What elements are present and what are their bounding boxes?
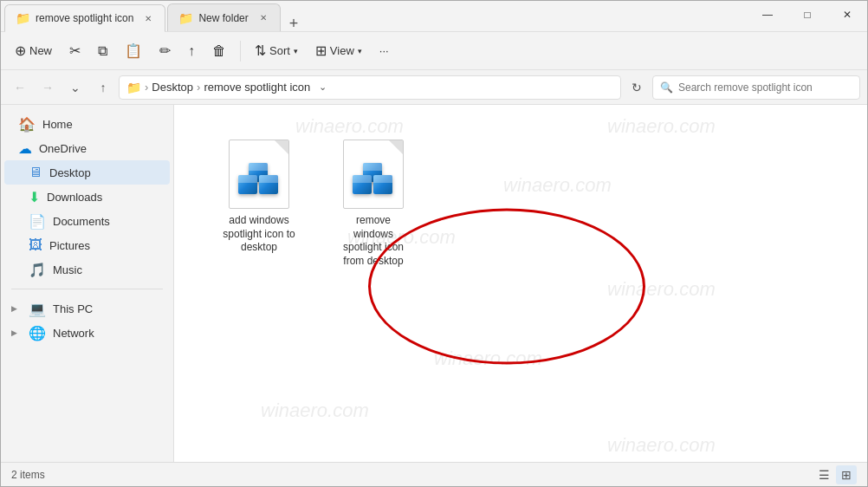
view-icon: ⊞ [315, 42, 327, 59]
maximize-button[interactable]: □ [787, 1, 827, 29]
file-label-2: remove windows spotlight icon from deskt… [337, 214, 410, 268]
file-page-1 [229, 140, 289, 209]
sort-label: Sort [269, 44, 290, 57]
more-options-button[interactable]: ··· [372, 41, 396, 61]
cube-right [259, 175, 278, 194]
thispc-expand-icon: ▶ [11, 304, 22, 313]
search-input[interactable] [678, 81, 852, 94]
file-item-2[interactable]: remove windows spotlight icon from deskt… [330, 133, 417, 275]
path-dropdown-icon[interactable]: ⌄ [319, 81, 327, 93]
tab-close-1[interactable]: ✕ [142, 12, 154, 25]
downloads-icon: ⬇ [29, 189, 40, 205]
share-button[interactable]: ↑ [181, 40, 202, 62]
explorer-window: 📁 remove spotlight icon ✕ 📁 New folder ✕… [0, 0, 868, 487]
file-page-2 [343, 140, 404, 209]
sidebar-label-pictures: Pictures [49, 239, 90, 252]
path-part-folder: remove spotlight icon [204, 81, 310, 94]
tab-label-2: New folder [198, 12, 248, 24]
delete-icon: 🗑 [212, 43, 226, 59]
file-item-1[interactable]: add windows spotlight icon to desktop [216, 133, 302, 275]
blue-cubes-icon-1 [238, 163, 280, 205]
watermark-7: winaero.com [261, 399, 369, 422]
tab-close-2[interactable]: ✕ [257, 11, 269, 24]
back-button[interactable]: ← [8, 75, 32, 100]
sidebar-label-onedrive: OneDrive [39, 142, 87, 155]
thispc-icon: 💻 [29, 301, 46, 317]
watermark-8: winaero.com [607, 434, 716, 457]
window-controls: — □ ✕ [748, 1, 867, 31]
sidebar-item-home[interactable]: 🏠 Home [4, 112, 170, 136]
grid-view-button[interactable]: ⊞ [836, 465, 857, 484]
view-chevron-icon: ▾ [358, 47, 362, 55]
new-tab-button[interactable]: + [282, 16, 306, 31]
sort-icon: ⇅ [255, 42, 266, 59]
sidebar-item-network[interactable]: ▶ 🌐 Network [4, 321, 170, 345]
paste-button[interactable]: 📋 [118, 39, 149, 62]
tab-new-folder[interactable]: 📁 New folder ✕ [167, 3, 280, 31]
forward-button[interactable]: → [36, 75, 60, 100]
sidebar-label-downloads: Downloads [47, 191, 102, 204]
recent-button[interactable]: ⌄ [63, 75, 87, 100]
sidebar-label-music: Music [53, 263, 82, 276]
toolbar: ⊕ New ✂ ⧉ 📋 ✏ ↑ 🗑 ⇅ Sort ▾ ⊞ View ▾ [1, 32, 867, 70]
pictures-icon: 🖼 [29, 237, 42, 253]
more-options-icon: ··· [379, 44, 389, 57]
up-button[interactable]: ↑ [91, 75, 115, 100]
onedrive-icon: ☁ [18, 140, 32, 157]
file-icon-wrapper-1 [224, 140, 294, 209]
path-separator-2: › [197, 81, 200, 94]
sidebar-item-desktop[interactable]: 🖥 Desktop 📌 [4, 160, 170, 185]
address-path[interactable]: 📁 › Desktop › remove spotlight icon ⌄ [119, 75, 621, 100]
sidebar-item-thispc[interactable]: ▶ 💻 This PC [4, 296, 170, 321]
sidebar-label-thispc: This PC [53, 302, 93, 315]
sidebar-item-onedrive[interactable]: ☁ OneDrive [4, 136, 170, 160]
list-view-button[interactable]: ☰ [813, 465, 834, 484]
cut-icon: ✂ [69, 42, 81, 59]
tab-folder-icon-1: 📁 [16, 11, 30, 25]
delete-button[interactable]: 🗑 [205, 40, 233, 62]
rename-icon: ✏ [159, 42, 171, 59]
new-icon: ⊕ [15, 42, 26, 59]
network-icon: 🌐 [29, 325, 46, 341]
status-bar: 2 items ☰ ⊞ [1, 462, 867, 486]
copy-icon: ⧉ [98, 43, 107, 59]
new-button[interactable]: ⊕ New [8, 39, 59, 62]
sidebar-item-pictures[interactable]: 🖼 Pictures 📌 [4, 233, 170, 257]
path-part-desktop: Desktop [152, 81, 193, 94]
sort-button[interactable]: ⇅ Sort ▾ [248, 39, 305, 62]
title-bar: 📁 remove spotlight icon ✕ 📁 New folder ✕… [1, 1, 867, 32]
refresh-button[interactable]: ↻ [625, 75, 649, 100]
path-folder-icon: 📁 [126, 81, 141, 94]
close-button[interactable]: ✕ [827, 1, 867, 29]
home-icon: 🏠 [18, 116, 36, 133]
toolbar-separator [240, 41, 241, 62]
tab-bar: 📁 remove spotlight icon ✕ 📁 New folder ✕… [1, 1, 748, 31]
main-area: 🏠 Home ☁ OneDrive 🖥 Desktop 📌 ⬇ Download… [1, 105, 867, 462]
copy-button[interactable]: ⧉ [91, 40, 114, 62]
tab-label-1: remove spotlight icon [36, 12, 133, 24]
tab-remove-spotlight[interactable]: 📁 remove spotlight icon ✕ [4, 4, 165, 32]
sidebar-label-home: Home [42, 118, 73, 131]
tab-folder-icon-2: 📁 [178, 11, 193, 25]
path-separator-1: › [145, 81, 148, 94]
sidebar-divider [11, 289, 163, 289]
sidebar-item-downloads[interactable]: ⬇ Downloads 📌 [4, 185, 170, 209]
search-box[interactable]: 🔍 [652, 75, 860, 100]
minimize-button[interactable]: — [748, 1, 787, 29]
rename-button[interactable]: ✏ [152, 39, 178, 62]
cut-button[interactable]: ✂ [62, 39, 87, 62]
share-icon: ↑ [188, 43, 195, 59]
sidebar-item-documents[interactable]: 📄 Documents 📌 [4, 209, 170, 233]
new-label: New [29, 44, 52, 57]
cube-left [238, 175, 257, 194]
desktop-icon: 🖥 [29, 165, 42, 180]
cube-left-2 [353, 175, 372, 194]
sidebar: 🏠 Home ☁ OneDrive 🖥 Desktop 📌 ⬇ Download… [1, 105, 174, 462]
file-grid: add windows spotlight icon to desktop re… [188, 119, 853, 289]
paste-icon: 📋 [125, 42, 142, 59]
sidebar-item-music[interactable]: 🎵 Music [4, 257, 170, 282]
documents-icon: 📄 [29, 213, 46, 230]
sidebar-label-network: Network [53, 327, 94, 340]
view-button[interactable]: ⊞ View ▾ [308, 39, 369, 62]
file-icon-wrapper-2 [339, 140, 408, 209]
